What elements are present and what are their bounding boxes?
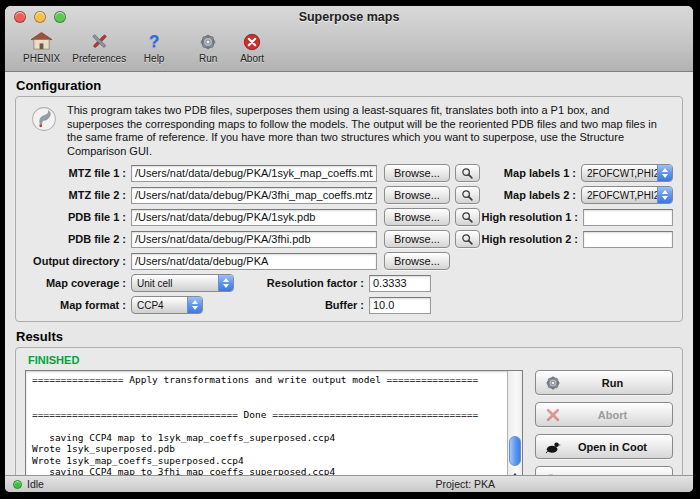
magnifier-icon (461, 167, 474, 180)
output-directory-browse-button[interactable]: Browse... (384, 252, 450, 270)
statusbar: Idle Project: PKA (5, 475, 693, 492)
abort-x-icon (243, 31, 261, 52)
abort-x-icon (544, 406, 561, 423)
map-format-dropdown[interactable]: CCP4 (131, 296, 203, 314)
magnifier-icon (461, 189, 474, 202)
high-resolution-2-label: High resolution 2 : (480, 233, 583, 245)
pdb-file-1-browse-button[interactable]: Browse... (384, 208, 450, 226)
dropdown-value: 2FOFCWT,PHI2FOF... (582, 168, 657, 179)
toolbar-item-label: PHENIX (23, 53, 60, 64)
toolbar-preferences-button[interactable]: Preferences (66, 30, 132, 65)
mtz-file-1-input[interactable] (131, 165, 377, 182)
configuration-groupbox: This program takes two PDB files, superp… (15, 96, 683, 322)
resolution-factor-label: Resolution factor : (261, 277, 369, 289)
dropdown-arrows-icon (657, 187, 672, 203)
dropdown-value: 2FOFCWT,PHI2FOF... (582, 190, 657, 201)
superpose-maps-window: Superpose maps PHENIX (5, 6, 693, 492)
toolbar-run-button[interactable]: Run (186, 30, 230, 65)
mtz-file-1-view-button[interactable] (455, 164, 480, 182)
button-label: Run (561, 377, 664, 389)
results-section-title: Results (16, 329, 683, 344)
dropdown-value: Unit cell (132, 278, 218, 289)
status-indicator-icon (13, 480, 22, 489)
scrollbar-arrows (508, 469, 522, 475)
preferences-tools-icon (90, 31, 109, 52)
scroll-up-button[interactable] (508, 469, 522, 475)
pdb-file-2-browse-button[interactable]: Browse... (384, 230, 450, 248)
window-chrome: Superpose maps PHENIX (5, 6, 693, 72)
mtz-file-2-input[interactable] (131, 187, 377, 204)
abort-button[interactable]: Abort (535, 402, 673, 427)
toolbar-item-label: Preferences (72, 53, 126, 64)
toolbar-item-label: Abort (240, 53, 264, 64)
toolbar-abort-button[interactable]: Abort (230, 30, 274, 65)
map-coverage-label: Map coverage : (25, 277, 131, 289)
pdb-file-2-input[interactable] (131, 231, 377, 248)
output-directory-label: Output directory : (25, 255, 131, 267)
console-log[interactable]: ================ Apply transformations a… (26, 371, 507, 475)
dropdown-arrows-icon (657, 165, 672, 181)
pdb-file-1-row: PDB file 1 : Browse... High resolution 1… (25, 206, 673, 228)
map-labels-1-dropdown[interactable]: 2FOFCWT,PHI2FOF... (581, 164, 673, 182)
toolbar: PHENIX Preferences ? Help (5, 28, 693, 71)
map-labels-1-label: Map labels 1 : (480, 167, 581, 179)
run-gear-icon (199, 31, 217, 52)
dropdown-value: CCP4 (132, 300, 187, 311)
configuration-section-title: Configuration (16, 78, 683, 93)
coot-bird-icon (544, 438, 561, 455)
project-label: Project: PKA (435, 478, 495, 490)
phenix-program-icon (31, 106, 57, 136)
open-in-pymol-button[interactable]: Open in PyMOL (535, 466, 673, 475)
phenix-home-icon (31, 31, 52, 52)
buffer-input[interactable] (369, 297, 431, 314)
high-resolution-1-input[interactable] (583, 209, 673, 226)
pdb-file-2-view-button[interactable] (455, 230, 480, 248)
console-scrollbar[interactable] (507, 371, 522, 475)
toolbar-help-button[interactable]: ? Help (132, 30, 176, 65)
output-directory-row: Output directory : Browse... (25, 250, 673, 272)
pdb-file-1-view-button[interactable] (455, 208, 480, 226)
results-groupbox: FINISHED ================ Apply transfor… (15, 347, 683, 475)
buffer-label: Buffer : (261, 299, 369, 311)
pdb-file-1-label: PDB file 1 : (25, 211, 131, 223)
window-title: Superpose maps (5, 10, 693, 24)
map-coverage-dropdown[interactable]: Unit cell (131, 274, 234, 292)
mtz-file-1-label: MTZ file 1 : (25, 167, 131, 179)
run-button[interactable]: Run (535, 370, 673, 395)
mtz-file-2-view-button[interactable] (455, 186, 480, 204)
high-resolution-2-input[interactable] (583, 231, 673, 248)
pdb-file-2-row: PDB file 2 : Browse... High resolution 2… (25, 228, 673, 250)
mtz-file-2-row: MTZ file 2 : Browse... Map labels 2 : 2F… (25, 184, 673, 206)
button-label: Open in Coot (561, 441, 664, 453)
help-question-icon: ? (149, 31, 159, 52)
console-output-panel[interactable]: ================ Apply transformations a… (25, 370, 523, 475)
program-description-row: This program takes two PDB files, superp… (25, 102, 673, 162)
mtz-file-2-browse-button[interactable]: Browse... (384, 186, 450, 204)
dropdown-arrows-icon (218, 275, 233, 291)
map-format-label: Map format : (25, 299, 131, 311)
scrollbar-thumb[interactable] (509, 436, 521, 466)
titlebar[interactable]: Superpose maps (5, 6, 693, 28)
magnifier-icon (461, 211, 474, 224)
main-content: Configuration This program takes two PDB… (5, 72, 693, 475)
magnifier-icon (461, 233, 474, 246)
map-labels-2-label: Map labels 2 : (480, 189, 581, 201)
results-actions: Run Abort (535, 370, 673, 475)
output-directory-input[interactable] (131, 253, 377, 270)
resolution-factor-input[interactable] (369, 275, 431, 292)
pdb-file-1-input[interactable] (131, 209, 377, 226)
toolbar-phenix-button[interactable]: PHENIX (17, 30, 66, 65)
map-labels-2-dropdown[interactable]: 2FOFCWT,PHI2FOF... (581, 186, 673, 204)
toolbar-item-label: Help (144, 53, 165, 64)
map-format-row: Map format : CCP4 Buffer : (25, 294, 673, 316)
map-coverage-row: Map coverage : Unit cell Resolution fact… (25, 272, 673, 294)
status-text: Idle (27, 478, 44, 490)
program-description: This program takes two PDB files, superp… (67, 104, 667, 158)
dropdown-arrows-icon (187, 297, 202, 313)
mtz-file-1-browse-button[interactable]: Browse... (384, 164, 450, 182)
arrow-up-icon (511, 473, 519, 475)
run-gear-icon (544, 374, 561, 391)
toolbar-item-label: Run (199, 53, 217, 64)
button-label: Abort (561, 409, 664, 421)
open-in-coot-button[interactable]: Open in Coot (535, 434, 673, 459)
